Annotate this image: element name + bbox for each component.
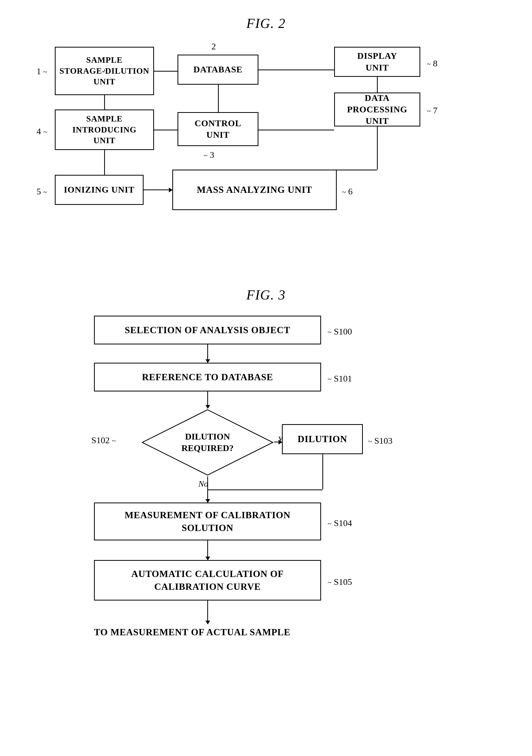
database-box: DATABASE: [178, 55, 258, 85]
ref-8: ~ 8: [427, 59, 438, 68]
fig3-diagram: SELECTION OF ANALYSIS OBJECT ~ S100 REFE…: [21, 313, 511, 674]
data-processing-box: DATAPROCESSINGUNIT: [334, 93, 420, 126]
ref-1: 1 ~: [37, 67, 47, 76]
fig3-title: FIG. 3: [21, 287, 511, 303]
ionizing-unit-box: IONIZING UNIT: [55, 175, 143, 205]
display-unit-box: DISPLAYUNIT: [334, 47, 420, 77]
s103-label: ~ S103: [368, 436, 393, 446]
final-text: TO MEASUREMENT OF ACTUAL SAMPLE: [94, 627, 290, 637]
mass-analyzing-box: MASS ANALYZING UNIT: [172, 170, 337, 210]
control-unit-box: CONTROLUNIT: [178, 112, 258, 146]
s102-label: S102 ~: [91, 435, 116, 445]
fig2-diagram: SAMPLESTORAGE-DILUTIONUNIT 1 ~ DATABASE …: [21, 41, 511, 256]
s105-label: ~ S105: [328, 577, 352, 587]
s104-label: ~ S104: [328, 518, 352, 528]
ref-5: 5 ~: [37, 187, 47, 197]
ref-2: 2: [212, 41, 216, 51]
s100-label: ~ S100: [328, 327, 352, 337]
s105-box: AUTOMATIC CALCULATION OFCALIBRATION CURV…: [94, 560, 321, 601]
s101-label: ~ S101: [328, 374, 352, 384]
no-label: No: [198, 479, 208, 489]
ref-4: 4 ~: [37, 126, 47, 136]
ref-3: ~ 3: [204, 150, 214, 160]
s102-diamond: DILUTIONREQUIRED?: [141, 408, 274, 476]
page: FIG. 2 SAMPLESTORAGE-DILUTIONUNIT 1 ~ DA…: [0, 0, 532, 756]
s101-box: REFERENCE TO DATABASE: [94, 363, 321, 392]
ref-6: ~ 6: [342, 187, 353, 197]
ref-7: ~ 7: [427, 106, 438, 116]
s104-box: MEASUREMENT OF CALIBRATIONSOLUTION: [94, 502, 321, 540]
s100-box: SELECTION OF ANALYSIS OBJECT: [94, 316, 321, 344]
s103-box: DILUTION: [282, 424, 363, 454]
sample-storage-box: SAMPLESTORAGE-DILUTIONUNIT: [55, 47, 154, 95]
sample-intro-box: SAMPLEINTRODUCINGUNIT: [55, 110, 154, 150]
fig2-title: FIG. 2: [21, 16, 511, 31]
